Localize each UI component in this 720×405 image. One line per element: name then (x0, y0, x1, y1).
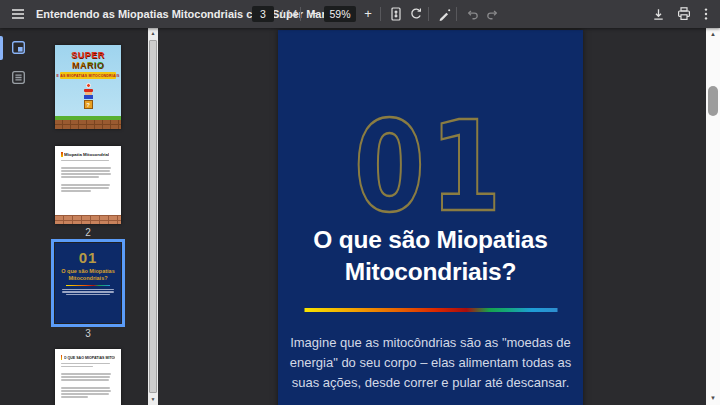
page-label-3: 3 (55, 328, 121, 339)
separator (428, 7, 429, 21)
text-line (61, 363, 110, 365)
download-icon[interactable] (650, 6, 666, 22)
zoom-level-input[interactable]: 59% (324, 6, 356, 22)
thumb2-title-row: Miopatia Mitocondrial (61, 152, 115, 157)
pdf-viewport[interactable]: 01 O que são Miopatias Mitocondriais? Im… (158, 28, 706, 405)
thumb4-title: O QUE SÃO MIOPATIAS MITOCONDRIAIS? (64, 356, 115, 360)
thumb3-body (55, 289, 121, 295)
scroll-down-arrow[interactable]: ▼ (706, 392, 720, 405)
text-line (61, 390, 111, 392)
text-line (61, 396, 88, 398)
body-line: energia" do seu corpo – elas alimentam t… (286, 353, 575, 373)
body-line: suas ações, desde correr e pular até des… (286, 373, 575, 393)
page-number-input[interactable]: 3 (252, 6, 274, 22)
menu-icon[interactable] (10, 6, 26, 22)
scroll-up-arrow[interactable]: ▲ (148, 28, 158, 39)
text-line (61, 160, 109, 162)
cover-logo-super: SUPER (55, 50, 121, 60)
text-line (62, 291, 114, 292)
text-line (61, 376, 110, 378)
thumbnail-sidebar: SUPER MARIO E AS MIOPATIAS MITOCONDRIAIS… (0, 28, 148, 405)
thumbnail-page-3[interactable]: 01 O que são Miopatias Mitocondriais? (55, 243, 121, 323)
page-count-label: / 14 (280, 0, 298, 28)
scroll-down-arrow[interactable]: ▼ (148, 394, 158, 405)
chapter-number-outline: 01 (278, 102, 583, 220)
zoom-in-button[interactable]: + (360, 6, 376, 22)
text-line (61, 393, 109, 395)
text-line (66, 294, 110, 295)
body-line: Imagine que as mitocôndrias são as "moed… (286, 333, 575, 353)
annotate-pen-icon[interactable] (436, 6, 452, 22)
accent-bar (61, 355, 62, 360)
text-line (61, 173, 111, 175)
scroll-up-arrow[interactable]: ▲ (706, 28, 720, 41)
separator (456, 7, 457, 21)
accent-bar (61, 152, 63, 157)
active-view-indicator (0, 36, 3, 60)
text-line (61, 190, 91, 192)
pdf-toolbar: Entendendo as Miopatias Mitocondriais co… (0, 0, 720, 28)
rainbow-divider (304, 308, 557, 312)
thumb3-chapter-number: 01 (55, 250, 121, 265)
main-scrollbar[interactable]: ▲ ▼ (706, 28, 720, 405)
thumbnail-page-1[interactable]: SUPER MARIO E AS MIOPATIAS MITOCONDRIAIS… (55, 45, 121, 129)
redo-icon[interactable] (484, 6, 500, 22)
thumbnail-page-2[interactable]: Miopatia Mitocondrial (55, 146, 121, 224)
text-line (61, 184, 110, 186)
main-scrollbar-thumb[interactable] (708, 86, 718, 116)
text-line (61, 373, 111, 375)
sidebar-scrollbar-thumb[interactable] (149, 40, 157, 393)
thumb3-title: O que são Miopatias Mitocondriais? (59, 268, 117, 282)
document-outline-icon[interactable] (9, 68, 27, 86)
text-line (61, 167, 111, 169)
text-line (61, 366, 93, 368)
cover-logo-mario: MARIO (55, 60, 121, 70)
ground-strip (55, 116, 121, 129)
thumbnail-page-4[interactable]: O QUE SÃO MIOPATIAS MITOCONDRIAIS? (55, 349, 121, 405)
brick-footer (55, 215, 121, 224)
undo-icon[interactable] (464, 6, 480, 22)
rotate-icon[interactable] (408, 6, 424, 22)
thumb2-title: Miopatia Mitocondrial (64, 152, 109, 157)
fit-page-icon[interactable] (388, 6, 404, 22)
thumb4-title-row: O QUE SÃO MIOPATIAS MITOCONDRIAIS? (61, 355, 115, 360)
thumbnails-view-icon[interactable] (9, 38, 27, 56)
more-options-icon[interactable] (698, 6, 714, 22)
text-line (61, 187, 109, 189)
question-block: ? (84, 100, 93, 109)
separator (300, 7, 301, 21)
text-line (61, 379, 109, 381)
mario-character (84, 89, 93, 99)
thumb3-rainbow-divider (66, 285, 110, 287)
print-icon[interactable] (676, 6, 692, 22)
page-title: O que são Miopatias Mitocondriais? (290, 224, 571, 289)
zoom-out-button[interactable]: − (306, 6, 322, 22)
separator (380, 7, 381, 21)
svg-text:01: 01 (354, 102, 506, 220)
sidebar-scrollbar[interactable]: ▲ ▼ (148, 28, 158, 405)
text-line (61, 176, 99, 178)
text-line (62, 289, 114, 290)
fire-flower-icon (86, 83, 91, 88)
page-label-2: 2 (55, 227, 121, 238)
text-line (61, 170, 110, 172)
page-body-text: Imagine que as mitocôndrias são as "moed… (286, 333, 575, 393)
cover-banner: E AS MIOPATIAS MITOCONDRIAIS (60, 72, 116, 79)
text-line (61, 387, 110, 389)
pdf-page-3: 01 O que são Miopatias Mitocondriais? Im… (278, 30, 583, 405)
